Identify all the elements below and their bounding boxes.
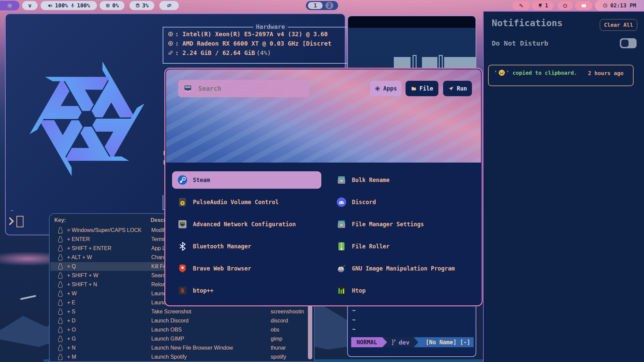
app-item-file-roller[interactable]: File Roller [331, 238, 477, 255]
keybinds-key-header: Key: [54, 217, 66, 223]
network-pill[interactable] [575, 1, 592, 10]
app-item-gimp[interactable]: GNU Image Manipulation Program [331, 260, 477, 277]
app-item-htop[interactable]: Htop [331, 282, 477, 299]
keybind-key: + SHIFT + W [67, 273, 98, 279]
key-icon [519, 3, 524, 8]
app-item-brave[interactable]: Brave Web Browser [172, 260, 321, 277]
app-item-steam[interactable]: Steam [172, 171, 321, 189]
svg-text:B: B [181, 288, 184, 294]
app-item-pavucontrol[interactable]: PulseAudio Volume Control [172, 193, 321, 211]
desktop: Hardware : Intel(R) Xeon(R) E5-2697A v4 … [0, 0, 644, 362]
keybind-key: + S [67, 309, 75, 315]
clear-all-button[interactable]: Clear All [600, 19, 637, 31]
vim-buffer-name: [No Name] [-] [426, 339, 470, 346]
hardware-gpu-line: : AMD Radeon RX 6600 XT @ 0.03 GHz [Disc… [175, 40, 331, 47]
tab-label: Apps [383, 85, 397, 92]
terminal-art-block [471, 57, 476, 69]
tray-key-pill[interactable] [513, 1, 530, 10]
version-label: v [28, 2, 32, 9]
clock-value: 02:13 PM [610, 2, 636, 9]
snowflake-icon [7, 3, 13, 9]
screen-hide-pill[interactable] [159, 1, 179, 10]
app-item-discord[interactable]: Discord [331, 193, 477, 211]
app-item-file-manager-settings[interactable]: File Manager Settings [331, 216, 477, 233]
archive-icon [336, 241, 346, 251]
workspace-2[interactable]: 2 [325, 2, 333, 9]
vim-buffer-segment: [No Name] [-] [418, 337, 474, 347]
tux-icon [58, 236, 63, 243]
top-bar: v 100% 100% 0% [0, 0, 644, 11]
statusline-chevron [414, 337, 418, 347]
nix-menu-button[interactable] [0, 1, 19, 10]
workspace-1-active[interactable]: 1 [308, 2, 323, 9]
tab-apps[interactable]: Apps [370, 81, 401, 96]
search-bar[interactable] [178, 80, 310, 97]
hardware-cpu-line: : Intel(R) Xeon(R) E5-2697A v4 (32) @ 3.… [175, 31, 328, 38]
notification-card[interactable]: ' ' copied to clipboard. 2 hours ago [488, 65, 634, 86]
keybind-cmd: thunar [271, 345, 286, 351]
mic-icon [70, 3, 75, 8]
app-label: btop++ [193, 287, 213, 294]
app-label: File Roller [352, 243, 390, 250]
vim-mode: NORMAL [357, 339, 377, 346]
power-pill[interactable] [557, 1, 573, 10]
tux-icon [58, 308, 63, 315]
tux-icon [58, 336, 63, 342]
tab-label: Run [457, 85, 467, 92]
keybind-cmd: discord [271, 318, 288, 324]
tab-run[interactable]: Run [443, 81, 472, 96]
audio-pill[interactable]: 100% 100% [41, 1, 97, 10]
ethernet-port-icon [177, 219, 187, 229]
htop-icon [336, 286, 346, 296]
keybind-cmd: spotify [271, 354, 286, 360]
memory-pill[interactable]: 3% [129, 1, 154, 10]
cpu-pill[interactable]: 0% [100, 1, 124, 10]
notifications-pill[interactable]: 1 [532, 1, 554, 10]
keybind-row: + NLaunch New File Browser Windowthunar [50, 344, 313, 352]
keybind-cmd: gimp [271, 336, 282, 342]
notifications-title: Notifications [492, 18, 562, 28]
keybind-desc: App L [151, 245, 165, 251]
keybind-desc: Reloa [151, 282, 165, 288]
keybind-desc: Launch New File Browser Window [151, 345, 233, 351]
keybind-key: + E [67, 300, 75, 306]
keybind-key: + N [67, 345, 75, 351]
brave-icon [177, 263, 187, 274]
ethernet-icon [581, 2, 587, 9]
dnd-toggle[interactable] [620, 38, 637, 48]
app-item-btop[interactable]: B btop++ [172, 282, 321, 299]
hardware-mem-percent: (4%) [256, 49, 271, 56]
app-item-bluetooth[interactable]: Bluetooth Manager [172, 238, 321, 255]
clock-pill[interactable]: 02:13 PM [595, 0, 644, 11]
steam-icon [177, 175, 187, 185]
git-branch-icon [391, 339, 396, 346]
app-label: File Manager Settings [352, 221, 424, 228]
tux-icon [58, 263, 63, 270]
snowcap [20, 295, 36, 300]
monitor-icon [183, 84, 192, 93]
search-input[interactable] [198, 84, 293, 93]
app-launcher-window: Apps File Run Steam [164, 68, 483, 306]
app-item-bulk-rename[interactable]: Bulk Rename [331, 171, 477, 189]
app-label: Htop [352, 287, 366, 294]
drawer-icon [336, 219, 346, 229]
keybind-row: + MLaunch Spotifyspotify [50, 353, 313, 361]
terminal-art-pipe [439, 55, 443, 69]
cpu-icon [105, 3, 110, 8]
tab-label: File [420, 85, 433, 92]
vim-statusline: NORMAL dev [No Name] [-] [351, 337, 474, 347]
app-item-network-config[interactable]: Advanced Network Configuration [172, 216, 321, 233]
dnd-label: Do Not Disturb [492, 39, 548, 47]
keybind-desc: Termi [151, 236, 164, 242]
app-label: GNU Image Manipulation Program [352, 265, 455, 272]
tux-icon [58, 326, 63, 333]
app-label: Advanced Network Configuration [193, 221, 296, 228]
version-pill[interactable]: v [22, 1, 38, 10]
tab-file[interactable]: File [406, 81, 438, 96]
keybind-row: + GLaunch GIMPgimp [50, 335, 313, 343]
folder-icon [411, 86, 417, 92]
app-label: Bulk Rename [352, 177, 390, 183]
vim-git-segment: dev [387, 337, 414, 347]
tux-icon [58, 317, 63, 324]
drawer-icon [336, 175, 346, 185]
